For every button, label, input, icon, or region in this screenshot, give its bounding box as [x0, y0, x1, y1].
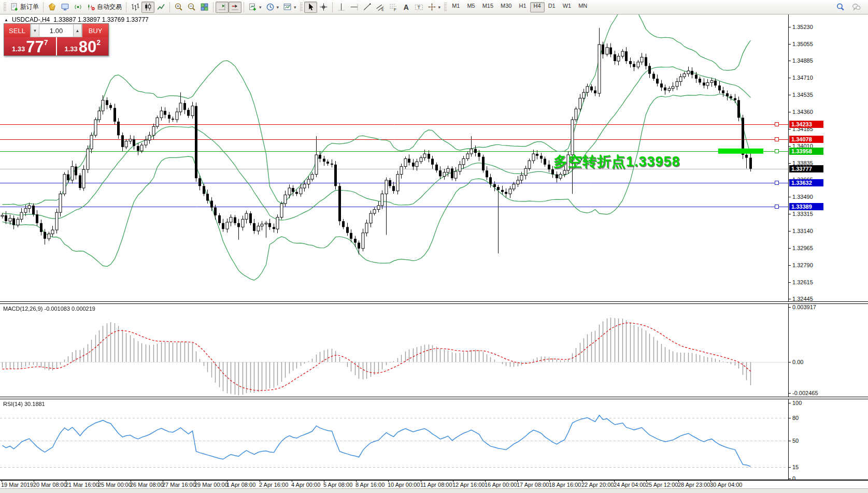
auto-trading-button[interactable]: 自动交易 [84, 2, 124, 13]
date-tick-label: 29 Mar 00:00 [194, 482, 228, 488]
date-tick-label: 25 Apr 12:00 [646, 482, 678, 488]
current-price-badge: 1.33777 [789, 165, 823, 172]
rsi-panel: 1008050150 RSI(14) 30.1881 [0, 399, 868, 480]
axis-tick-mark [789, 231, 791, 231]
sell-price-prefix: 1.33 [12, 45, 25, 53]
price-level-badge: 1.34233 [789, 121, 823, 128]
trendline-tool-button[interactable] [361, 2, 374, 13]
cursor-icon [306, 3, 315, 11]
fibonacci-tool-button[interactable]: F [387, 2, 400, 13]
buy-button[interactable]: BUY [82, 24, 108, 37]
arrows-tool-button[interactable]: ▾ [425, 2, 443, 13]
sell-button[interactable]: SELL [4, 24, 30, 37]
timeframe-mn-button[interactable]: MN [575, 2, 591, 12]
axis-tick-mark [789, 307, 791, 308]
timeframe-d1-button[interactable]: D1 [545, 2, 559, 12]
axis-tick-mark [789, 418, 791, 418]
tile-windows-icon [200, 3, 209, 11]
timeframe-m1-button[interactable]: M1 [448, 2, 463, 12]
text-tool-button[interactable]: A [400, 2, 412, 13]
mql-community-button[interactable] [46, 2, 59, 13]
macd-chart-canvas[interactable] [0, 304, 788, 397]
template-icon [283, 3, 292, 11]
mql-gold-icon [48, 3, 56, 11]
rsi-level-label: 100 [792, 400, 802, 406]
buy-price[interactable]: 1.33 80 2 [57, 37, 109, 55]
price-tick-label: 1.32965 [792, 245, 813, 251]
zoom-out-icon [187, 3, 196, 11]
chart-symbol-period: USDCAD-,H4 [12, 16, 50, 23]
channel-icon: E [376, 3, 385, 11]
volume-decrease-button[interactable]: ▼ [31, 24, 39, 37]
date-axis[interactable]: 19 Mar 201920 Mar 08:0021 Mar 16:0025 Ma… [0, 480, 868, 488]
sell-price[interactable]: 1.33 77 7 [4, 37, 56, 55]
axis-tick-mark [789, 214, 791, 214]
timeframe-h1-button[interactable]: H1 [516, 2, 530, 12]
terminal-button[interactable] [59, 2, 72, 13]
timeframe-h4-button[interactable]: H4 [530, 2, 545, 12]
collapse-one-click-icon[interactable]: ▲ [4, 18, 8, 22]
cursor-tool-button[interactable] [304, 2, 317, 13]
horizontal-line-tool-button[interactable] [348, 2, 361, 13]
volume-input[interactable]: 1.00 [39, 24, 73, 37]
new-order-button[interactable]: 新订单 [8, 2, 41, 13]
timeframe-m30-button[interactable]: M30 [497, 2, 515, 12]
signals-button[interactable] [72, 2, 84, 13]
price-axis[interactable]: 1.352301.350551.348851.347101.345351.343… [788, 15, 868, 301]
chart-annotation-text[interactable]: 多空转折点1.33958 [553, 152, 680, 171]
rsi-axis: 1008050150 [788, 399, 868, 480]
community-chat-button[interactable] [850, 2, 863, 13]
price-tick-label: 1.35055 [792, 41, 813, 47]
timeframe-w1-button[interactable]: W1 [559, 2, 575, 12]
date-tick-label: 26 Mar 08:00 [130, 482, 164, 488]
axis-tick-mark [789, 248, 791, 249]
rsi-level-label: 15 [792, 464, 799, 470]
axis-tick-mark [789, 95, 791, 95]
axis-tick-mark [789, 479, 791, 479]
date-tick-label: 10 Apr 00:00 [388, 482, 420, 488]
chart-shift-button[interactable] [216, 2, 229, 13]
rsi-chart-canvas[interactable] [0, 399, 788, 480]
bars-chart-icon [131, 3, 139, 11]
toolbar-grip[interactable] [300, 3, 303, 12]
toolbar-grip[interactable] [444, 3, 447, 12]
axis-tick-mark [789, 299, 791, 299]
volume-increase-button[interactable]: ▲ [73, 24, 82, 37]
zoom-in-button[interactable] [172, 2, 185, 13]
crosshair-tool-button[interactable] [317, 2, 330, 13]
date-tick-label: 16 Apr 00:00 [485, 482, 517, 488]
fibonacci-icon: F [389, 3, 397, 11]
templates-button[interactable]: ▾ [281, 2, 298, 13]
text-label-tool-button[interactable]: T [412, 2, 425, 13]
bar-chart-mode-button[interactable] [129, 2, 141, 13]
new-chart-button[interactable]: ▾ [246, 2, 264, 13]
chart-window-title: ▲ USDCAD-,H4 1.33887 1.33897 1.33769 1.3… [4, 16, 149, 23]
trendline-icon [363, 3, 372, 11]
label-icon: T [415, 3, 423, 11]
timeframe-m15-button[interactable]: M15 [479, 2, 497, 12]
chevron-down-icon[interactable]: ▾ [438, 5, 441, 10]
chevron-down-icon[interactable]: ▾ [259, 5, 262, 10]
axis-tick-mark [789, 146, 791, 147]
chart-autoscroll-button[interactable] [229, 2, 241, 13]
buy-price-prefix: 1.33 [64, 45, 77, 53]
price-tick-label: 1.32445 [792, 296, 813, 302]
timeframe-m5-button[interactable]: M5 [463, 2, 478, 12]
zoom-out-button[interactable] [185, 2, 198, 13]
toolbar-grip[interactable] [4, 3, 6, 12]
search-button[interactable] [834, 2, 847, 13]
price-tick-label: 1.33490 [792, 194, 813, 200]
equidistant-channel-tool-button[interactable]: E [374, 2, 387, 13]
date-tick-label: 27 Mar 16:00 [162, 482, 196, 488]
svg-text:T: T [417, 4, 420, 10]
candle-chart-mode-button[interactable] [141, 2, 154, 13]
date-tick-label: 17 Apr 08:00 [517, 482, 549, 488]
tile-windows-button[interactable] [198, 2, 211, 13]
chevron-down-icon[interactable]: ▾ [277, 5, 279, 10]
line-chart-mode-button[interactable] [154, 2, 167, 13]
chevron-down-icon[interactable]: ▾ [294, 5, 296, 10]
profiles-button[interactable]: ▾ [264, 2, 281, 13]
svg-text:A: A [403, 3, 408, 11]
vertical-line-tool-button[interactable] [335, 2, 348, 13]
chart-ohlc-values: 1.33887 1.33897 1.33769 1.33777 [53, 16, 149, 23]
